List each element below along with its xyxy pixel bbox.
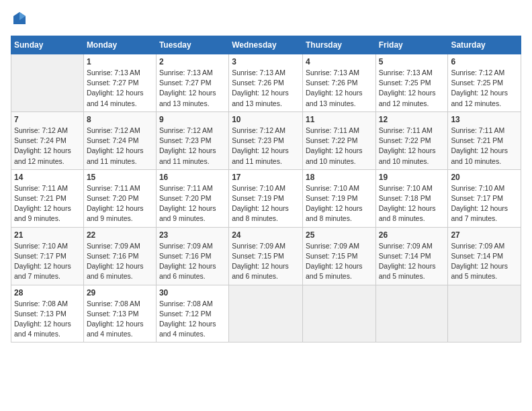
cell-info: Sunrise: 7:13 AMSunset: 7:25 PMDaylight:… bbox=[379, 68, 445, 109]
sunset-label: Sunset: 7:25 PM bbox=[379, 79, 431, 87]
day-number: 10 bbox=[232, 115, 300, 124]
daylight-label: Daylight: 12 hours and 11 minutes. bbox=[87, 146, 144, 165]
day-number: 18 bbox=[306, 173, 373, 182]
daylight-label: Daylight: 12 hours and 13 minutes. bbox=[232, 89, 289, 107]
cell-info: Sunrise: 7:11 AMSunset: 7:20 PMDaylight:… bbox=[87, 183, 153, 224]
day-number: 11 bbox=[306, 115, 373, 124]
calendar-cell: 28Sunrise: 7:08 AMSunset: 7:13 PMDayligh… bbox=[11, 285, 84, 342]
calendar-cell: 11Sunrise: 7:11 AMSunset: 7:22 PMDayligh… bbox=[302, 111, 375, 169]
calendar-cell: 25Sunrise: 7:09 AMSunset: 7:15 PMDayligh… bbox=[302, 227, 375, 285]
calendar-cell: 22Sunrise: 7:09 AMSunset: 7:16 PMDayligh… bbox=[83, 227, 156, 285]
daylight-label: Daylight: 12 hours and 5 minutes. bbox=[451, 262, 508, 280]
sunrise-label: Sunrise: 7:09 AM bbox=[306, 242, 359, 250]
daylight-label: Daylight: 12 hours and 7 minutes. bbox=[451, 204, 508, 222]
cell-info: Sunrise: 7:08 AMSunset: 7:13 PMDaylight:… bbox=[14, 299, 81, 340]
cell-info: Sunrise: 7:12 AMSunset: 7:23 PMDaylight:… bbox=[232, 126, 300, 167]
day-number: 20 bbox=[451, 173, 518, 182]
day-header-thursday: Thursday bbox=[302, 36, 375, 54]
day-header-tuesday: Tuesday bbox=[156, 36, 228, 54]
daylight-label: Daylight: 12 hours and 13 minutes. bbox=[159, 89, 216, 107]
daylight-label: Daylight: 12 hours and 7 minutes. bbox=[14, 262, 71, 280]
day-number: 28 bbox=[14, 288, 81, 298]
sunset-label: Sunset: 7:13 PM bbox=[87, 310, 139, 318]
sunset-label: Sunset: 7:20 PM bbox=[159, 194, 212, 202]
daylight-label: Daylight: 12 hours and 10 minutes. bbox=[451, 146, 508, 165]
cell-info: Sunrise: 7:09 AMSunset: 7:16 PMDaylight:… bbox=[87, 241, 153, 282]
sunrise-label: Sunrise: 7:08 AM bbox=[87, 300, 140, 308]
sunrise-label: Sunrise: 7:13 AM bbox=[159, 68, 213, 77]
day-number: 8 bbox=[87, 115, 153, 124]
sunrise-label: Sunrise: 7:11 AM bbox=[159, 184, 213, 192]
sunset-label: Sunset: 7:27 PM bbox=[87, 79, 139, 87]
page-header bbox=[11, 11, 521, 29]
calendar-cell: 6Sunrise: 7:12 AMSunset: 7:25 PMDaylight… bbox=[448, 54, 521, 112]
cell-info: Sunrise: 7:09 AMSunset: 7:14 PMDaylight:… bbox=[379, 241, 445, 282]
cell-info: Sunrise: 7:12 AMSunset: 7:24 PMDaylight:… bbox=[14, 126, 81, 167]
sunset-label: Sunset: 7:14 PM bbox=[451, 252, 503, 260]
day-number: 24 bbox=[232, 230, 300, 240]
day-number: 27 bbox=[451, 230, 518, 240]
sunset-label: Sunset: 7:17 PM bbox=[451, 194, 503, 202]
sunrise-label: Sunrise: 7:09 AM bbox=[232, 242, 285, 250]
sunrise-label: Sunrise: 7:12 AM bbox=[451, 68, 504, 77]
daylight-label: Daylight: 12 hours and 9 minutes. bbox=[87, 204, 144, 222]
calendar-cell: 16Sunrise: 7:11 AMSunset: 7:20 PMDayligh… bbox=[156, 169, 228, 227]
day-number: 25 bbox=[306, 230, 373, 240]
calendar-cell: 9Sunrise: 7:12 AMSunset: 7:23 PMDaylight… bbox=[156, 111, 228, 169]
logo bbox=[11, 11, 27, 29]
day-number: 16 bbox=[159, 173, 226, 182]
daylight-label: Daylight: 12 hours and 14 minutes. bbox=[87, 89, 144, 107]
sunrise-label: Sunrise: 7:12 AM bbox=[87, 126, 140, 134]
sunset-label: Sunset: 7:23 PM bbox=[159, 136, 212, 144]
sunrise-label: Sunrise: 7:12 AM bbox=[232, 126, 285, 134]
sunrise-label: Sunrise: 7:13 AM bbox=[87, 68, 140, 77]
calendar-cell: 29Sunrise: 7:08 AMSunset: 7:13 PMDayligh… bbox=[83, 285, 156, 342]
sunrise-label: Sunrise: 7:09 AM bbox=[379, 242, 433, 250]
sunrise-label: Sunrise: 7:08 AM bbox=[159, 300, 213, 308]
sunset-label: Sunset: 7:16 PM bbox=[87, 252, 139, 260]
day-number: 26 bbox=[379, 230, 445, 240]
sunset-label: Sunset: 7:12 PM bbox=[159, 310, 212, 318]
cell-info: Sunrise: 7:10 AMSunset: 7:19 PMDaylight:… bbox=[232, 183, 300, 224]
sunset-label: Sunset: 7:15 PM bbox=[306, 252, 358, 260]
calendar-cell: 3Sunrise: 7:13 AMSunset: 7:26 PMDaylight… bbox=[229, 54, 303, 112]
calendar-cell: 2Sunrise: 7:13 AMSunset: 7:27 PMDaylight… bbox=[156, 54, 228, 112]
cell-info: Sunrise: 7:13 AMSunset: 7:27 PMDaylight:… bbox=[87, 68, 153, 109]
day-number: 30 bbox=[159, 288, 226, 298]
sunrise-label: Sunrise: 7:10 AM bbox=[14, 242, 68, 250]
day-number: 2 bbox=[159, 57, 226, 66]
sunset-label: Sunset: 7:22 PM bbox=[379, 136, 431, 144]
calendar-cell: 19Sunrise: 7:10 AMSunset: 7:18 PMDayligh… bbox=[375, 169, 448, 227]
calendar-cell bbox=[375, 285, 448, 342]
daylight-label: Daylight: 12 hours and 12 minutes. bbox=[14, 146, 71, 165]
daylight-label: Daylight: 12 hours and 9 minutes. bbox=[14, 204, 71, 222]
day-number: 15 bbox=[87, 173, 153, 182]
daylight-label: Daylight: 12 hours and 10 minutes. bbox=[306, 146, 363, 165]
daylight-label: Daylight: 12 hours and 6 minutes. bbox=[232, 262, 289, 280]
sunset-label: Sunset: 7:14 PM bbox=[379, 252, 431, 260]
sunrise-label: Sunrise: 7:11 AM bbox=[451, 126, 504, 134]
daylight-label: Daylight: 12 hours and 6 minutes. bbox=[159, 262, 216, 280]
day-number: 6 bbox=[451, 57, 518, 66]
sunrise-label: Sunrise: 7:11 AM bbox=[87, 184, 140, 192]
calendar-table: SundayMondayTuesdayWednesdayThursdayFrid… bbox=[11, 36, 521, 342]
daylight-label: Daylight: 12 hours and 6 minutes. bbox=[87, 262, 144, 280]
daylight-label: Daylight: 12 hours and 5 minutes. bbox=[379, 262, 436, 280]
daylight-label: Daylight: 12 hours and 4 minutes. bbox=[14, 320, 71, 338]
day-number: 19 bbox=[379, 173, 445, 182]
cell-info: Sunrise: 7:11 AMSunset: 7:22 PMDaylight:… bbox=[306, 126, 373, 167]
calendar-cell: 10Sunrise: 7:12 AMSunset: 7:23 PMDayligh… bbox=[229, 111, 303, 169]
sunset-label: Sunset: 7:16 PM bbox=[159, 252, 212, 260]
cell-info: Sunrise: 7:13 AMSunset: 7:27 PMDaylight:… bbox=[159, 68, 226, 109]
calendar-cell: 8Sunrise: 7:12 AMSunset: 7:24 PMDaylight… bbox=[83, 111, 156, 169]
calendar-cell: 4Sunrise: 7:13 AMSunset: 7:26 PMDaylight… bbox=[302, 54, 375, 112]
day-number: 9 bbox=[159, 115, 226, 124]
cell-info: Sunrise: 7:09 AMSunset: 7:15 PMDaylight:… bbox=[232, 241, 300, 282]
cell-info: Sunrise: 7:13 AMSunset: 7:26 PMDaylight:… bbox=[232, 68, 300, 109]
day-header-wednesday: Wednesday bbox=[229, 36, 303, 54]
sunset-label: Sunset: 7:23 PM bbox=[232, 136, 284, 144]
sunset-label: Sunset: 7:20 PM bbox=[87, 194, 139, 202]
sunrise-label: Sunrise: 7:11 AM bbox=[379, 126, 433, 134]
cell-info: Sunrise: 7:12 AMSunset: 7:25 PMDaylight:… bbox=[451, 68, 518, 109]
daylight-label: Daylight: 12 hours and 8 minutes. bbox=[306, 204, 363, 222]
